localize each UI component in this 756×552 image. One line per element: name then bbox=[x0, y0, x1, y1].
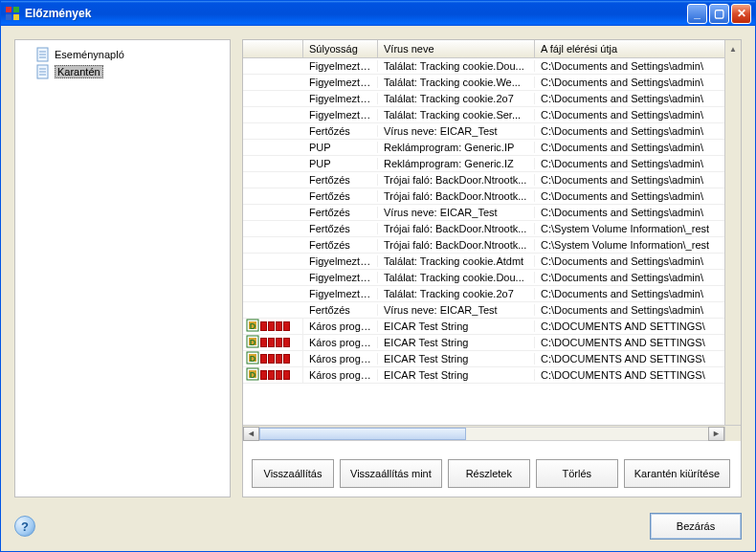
cell-severity: Fertőzés bbox=[303, 239, 378, 251]
details-button[interactable]: Részletek bbox=[448, 459, 530, 488]
svg-text:D: D bbox=[250, 321, 256, 331]
cell-file-path: C:\DOCUMENTS AND SETTINGS\ bbox=[535, 369, 724, 381]
virus-icon: D bbox=[246, 367, 259, 383]
virus-icon: D bbox=[246, 351, 259, 366]
severity-indicator: D bbox=[243, 335, 303, 350]
severity-bars-icon bbox=[260, 338, 290, 347]
table-row[interactable]: FertőzésVírus neve: EICAR_TestC:\Documen… bbox=[243, 302, 724, 319]
minimize-button[interactable]: _ bbox=[687, 4, 707, 24]
cell-severity: Figyelmeztetés bbox=[303, 255, 378, 267]
cell-virus-name: EICAR Test String bbox=[378, 369, 535, 381]
document-icon bbox=[35, 47, 51, 62]
cell-severity: Fertőzés bbox=[303, 304, 378, 316]
vertical-scrollbar[interactable] bbox=[724, 58, 741, 425]
cell-file-path: C:\DOCUMENTS AND SETTINGS\ bbox=[535, 353, 724, 364]
cell-virus-name: EICAR Test String bbox=[378, 353, 535, 364]
scroll-track[interactable] bbox=[259, 427, 708, 441]
table-row[interactable]: FigyelmeztetésTalálat: Tracking cookie.D… bbox=[243, 58, 724, 75]
scroll-left-button[interactable]: ◄ bbox=[243, 427, 259, 441]
cell-virus-name: Vírus neve: EICAR_Test bbox=[378, 207, 535, 218]
quarantine-panel: Súlyosság Vírus neve A fájl elérési útja… bbox=[242, 39, 742, 497]
cell-severity: PUP bbox=[303, 158, 378, 169]
svg-text:D: D bbox=[250, 338, 256, 347]
table-row[interactable]: PUPReklámprogram: Generic.IPC:\Documents… bbox=[243, 140, 724, 156]
empty-quarantine-button[interactable]: Karantén kiürítése bbox=[624, 459, 730, 488]
scroll-right-button[interactable]: ► bbox=[708, 427, 724, 441]
cell-virus-name: Vírus neve: EICAR_Test bbox=[378, 125, 535, 137]
restore-button[interactable]: Visszaállítás bbox=[252, 459, 334, 488]
cell-file-path: C:\Documents and Settings\admin\ bbox=[535, 142, 724, 153]
scroll-thumb[interactable] bbox=[259, 428, 466, 440]
cell-severity: Fertőzés bbox=[303, 174, 378, 186]
restore-as-button[interactable]: Visszaállítás mint bbox=[340, 459, 442, 488]
cell-severity: Fertőzés bbox=[303, 223, 378, 234]
maximize-button[interactable]: ▢ bbox=[709, 4, 729, 24]
table-row[interactable]: FigyelmeztetésTalálat: Tracking cookie.S… bbox=[243, 107, 724, 123]
cell-severity: Fertőzés bbox=[303, 190, 378, 202]
cell-virus-name: EICAR Test String bbox=[378, 320, 535, 332]
table-row[interactable]: FigyelmeztetésTalálat: Tracking cookie.D… bbox=[243, 270, 724, 286]
cell-file-path: C:\Documents and Settings\admin\ bbox=[535, 158, 724, 169]
table-row[interactable]: FertőzésTrójai faló: BackDoor.Ntrootk...… bbox=[243, 172, 724, 188]
cell-severity: Káros program bbox=[303, 337, 378, 348]
scroll-up-button[interactable]: ▲ bbox=[724, 40, 741, 58]
svg-rect-0 bbox=[6, 7, 11, 12]
app-icon bbox=[5, 6, 20, 21]
cell-file-path: C:\Documents and Settings\admin\ bbox=[535, 190, 724, 202]
table-row[interactable]: DKáros programEICAR Test StringC:\DOCUME… bbox=[243, 319, 724, 335]
column-virus-name[interactable]: Vírus neve bbox=[378, 40, 535, 57]
delete-button[interactable]: Törlés bbox=[536, 459, 618, 488]
quarantine-list[interactable]: FigyelmeztetésTalálat: Tracking cookie.D… bbox=[243, 58, 724, 425]
table-row[interactable]: FertőzésVírus neve: EICAR_TestC:\Documen… bbox=[243, 205, 724, 221]
cell-virus-name: Találat: Tracking cookie.Ser... bbox=[378, 109, 535, 121]
history-window: Előzmények _ ▢ ✕ Eseménynapló bbox=[0, 0, 756, 552]
sidebar-item-quarantine[interactable]: Karantén bbox=[33, 63, 224, 80]
table-row[interactable]: DKáros programEICAR Test StringC:\DOCUME… bbox=[243, 367, 724, 384]
cell-file-path: C:\System Volume Information\_rest bbox=[535, 223, 724, 234]
document-icon bbox=[35, 64, 51, 79]
cell-file-path: C:\Documents and Settings\admin\ bbox=[535, 288, 724, 299]
table-row[interactable]: FigyelmeztetésTalálat: Tracking cookie.W… bbox=[243, 75, 724, 91]
sidebar-item-eventlog[interactable]: Eseménynapló bbox=[33, 46, 224, 63]
cell-severity: Káros program bbox=[303, 369, 378, 381]
cell-severity: Figyelmeztetés bbox=[303, 288, 378, 299]
cell-file-path: C:\Documents and Settings\admin\ bbox=[535, 77, 724, 88]
cell-severity: Káros program bbox=[303, 320, 378, 332]
table-row[interactable]: DKáros programEICAR Test StringC:\DOCUME… bbox=[243, 335, 724, 351]
cell-severity: PUP bbox=[303, 142, 378, 153]
cell-virus-name: Találat: Tracking cookie.We... bbox=[378, 77, 535, 88]
table-row[interactable]: FigyelmeztetésTalálat: Tracking cookie.A… bbox=[243, 254, 724, 270]
column-severity-icon[interactable] bbox=[243, 40, 303, 57]
titlebar[interactable]: Előzmények _ ▢ ✕ bbox=[1, 1, 755, 26]
table-row[interactable]: FertőzésTrójai faló: BackDoor.Ntrootk...… bbox=[243, 237, 724, 254]
cell-virus-name: Találat: Tracking cookie.2o7 bbox=[378, 288, 535, 299]
cell-file-path: C:\Documents and Settings\admin\ bbox=[535, 272, 724, 283]
table-row[interactable]: FertőzésVírus neve: EICAR_TestC:\Documen… bbox=[243, 123, 724, 140]
column-file-path[interactable]: A fájl elérési útja bbox=[535, 40, 724, 57]
column-severity[interactable]: Súlyosság bbox=[303, 40, 378, 57]
window-title: Előzmények bbox=[25, 7, 687, 20]
cell-virus-name: Trójai faló: BackDoor.Ntrootk... bbox=[378, 239, 535, 251]
table-row[interactable]: FigyelmeztetésTalálat: Tracking cookie.2… bbox=[243, 286, 724, 302]
svg-rect-2 bbox=[6, 14, 11, 20]
horizontal-scrollbar[interactable]: ◄ ► bbox=[243, 425, 741, 441]
svg-rect-3 bbox=[13, 14, 19, 20]
table-row[interactable]: FertőzésTrójai faló: BackDoor.Ntrootk...… bbox=[243, 221, 724, 237]
help-button[interactable]: ? bbox=[14, 516, 35, 537]
cell-file-path: C:\Documents and Settings\admin\ bbox=[535, 207, 724, 218]
severity-indicator: D bbox=[243, 319, 303, 334]
cell-severity: Káros program bbox=[303, 353, 378, 364]
table-row[interactable]: FigyelmeztetésTalálat: Tracking cookie.2… bbox=[243, 91, 724, 107]
table-row[interactable]: FertőzésTrójai faló: BackDoor.Ntrootk...… bbox=[243, 188, 724, 205]
close-button[interactable]: Bezárás bbox=[650, 513, 742, 540]
virus-icon: D bbox=[246, 335, 259, 350]
svg-rect-1 bbox=[13, 7, 19, 12]
cell-severity: Fertőzés bbox=[303, 207, 378, 218]
cell-file-path: C:\Documents and Settings\admin\ bbox=[535, 109, 724, 121]
cell-file-path: C:\Documents and Settings\admin\ bbox=[535, 304, 724, 316]
scroll-down-button[interactable] bbox=[724, 427, 741, 441]
table-row[interactable]: PUPReklámprogram: Generic.IZC:\Documents… bbox=[243, 156, 724, 172]
table-row[interactable]: DKáros programEICAR Test StringC:\DOCUME… bbox=[243, 351, 724, 367]
virus-icon: D bbox=[246, 319, 259, 334]
close-window-button[interactable]: ✕ bbox=[731, 4, 751, 24]
